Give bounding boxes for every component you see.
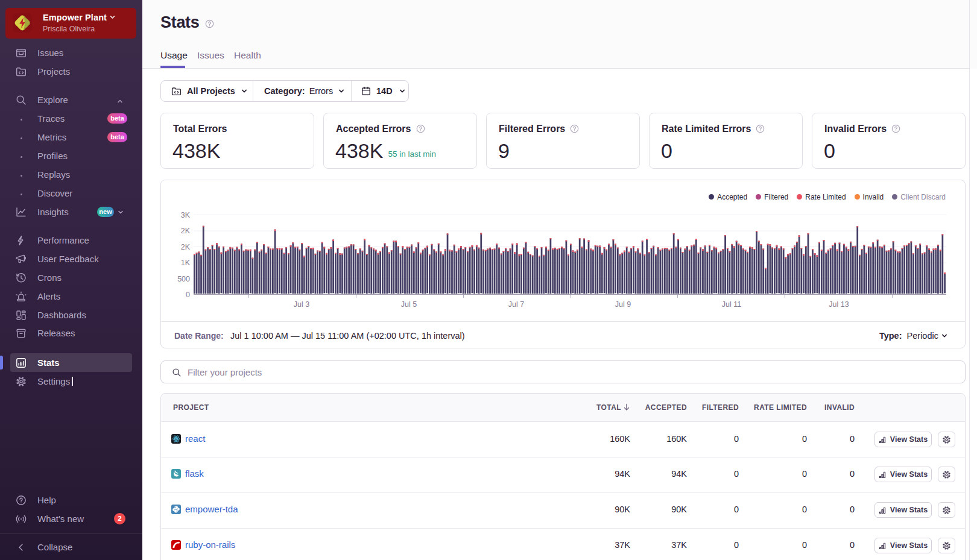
svg-text:2K: 2K bbox=[181, 227, 191, 235]
svg-text:Jul 9: Jul 9 bbox=[615, 300, 631, 309]
svg-text:Jul 7: Jul 7 bbox=[508, 300, 524, 309]
svg-text:0: 0 bbox=[186, 291, 190, 299]
svg-text:Jul 3: Jul 3 bbox=[294, 300, 309, 309]
svg-text:Jul 13: Jul 13 bbox=[829, 300, 849, 309]
svg-text:Jul 5: Jul 5 bbox=[401, 300, 417, 309]
svg-text:Jul 11: Jul 11 bbox=[722, 300, 741, 309]
svg-text:2K: 2K bbox=[181, 243, 191, 251]
svg-text:500: 500 bbox=[177, 275, 190, 283]
svg-text:1K: 1K bbox=[181, 259, 191, 267]
svg-text:3K: 3K bbox=[181, 211, 191, 219]
